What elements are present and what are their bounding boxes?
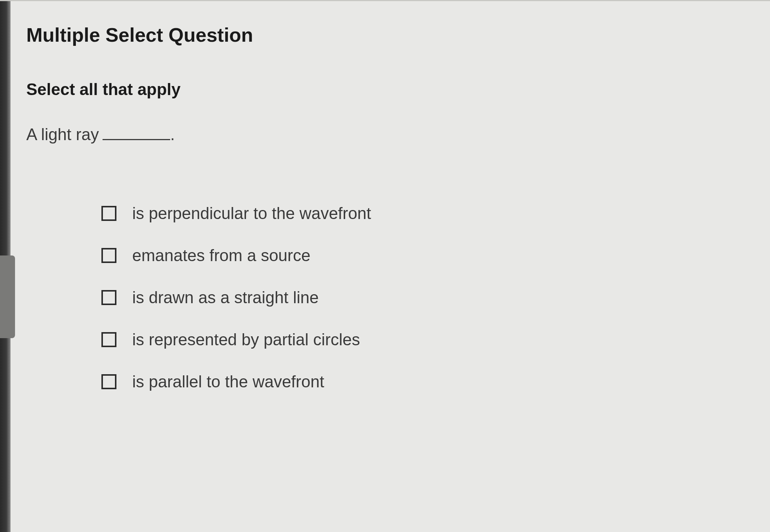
question-type-heading: Multiple Select Question: [26, 24, 744, 46]
option-checkbox[interactable]: [101, 206, 116, 221]
option-row: emanates from a source: [101, 246, 744, 265]
fill-blank: [103, 139, 170, 140]
option-label: is drawn as a straight line: [132, 288, 319, 307]
question-container: Multiple Select Question Select all that…: [0, 0, 770, 437]
options-list: is perpendicular to the wavefront emanat…: [26, 204, 744, 391]
option-checkbox[interactable]: [101, 290, 116, 305]
option-row: is drawn as a straight line: [101, 288, 744, 307]
question-stem: A light ray.: [26, 125, 744, 144]
question-stem-prefix: A light ray: [26, 125, 99, 144]
option-label: is perpendicular to the wavefront: [132, 204, 371, 223]
option-row: is parallel to the wavefront: [101, 372, 744, 391]
option-checkbox[interactable]: [101, 374, 116, 389]
option-row: is perpendicular to the wavefront: [101, 204, 744, 223]
option-checkbox[interactable]: [101, 248, 116, 263]
question-instruction: Select all that apply: [26, 80, 744, 99]
option-checkbox[interactable]: [101, 332, 116, 347]
option-row: is represented by partial circles: [101, 330, 744, 349]
option-label: is represented by partial circles: [132, 330, 360, 349]
option-label: is parallel to the wavefront: [132, 372, 324, 391]
option-label: emanates from a source: [132, 246, 310, 265]
question-stem-suffix: .: [170, 125, 175, 144]
